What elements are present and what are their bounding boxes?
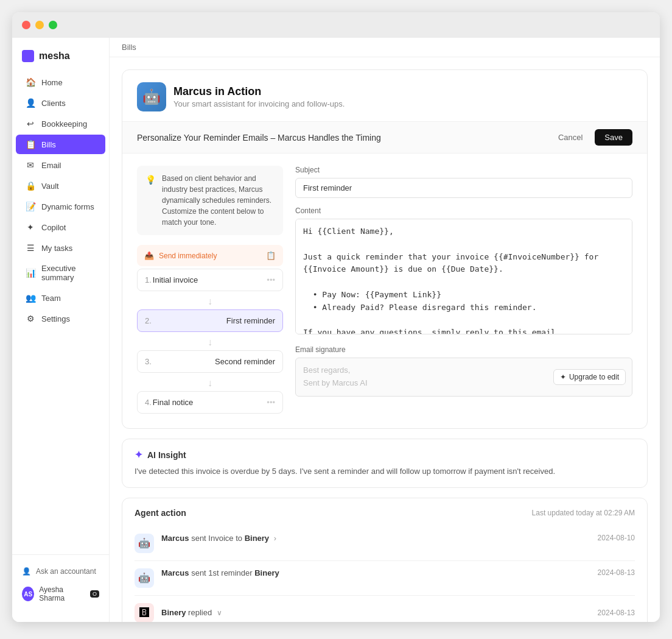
action-actor-1: Marcus	[161, 534, 189, 543]
save-button[interactable]: Save	[595, 129, 632, 146]
cancel-button[interactable]: Cancel	[551, 129, 590, 146]
vault-icon: 🔒	[26, 181, 35, 191]
step-initial-invoice[interactable]: 1. Initial invoice •••	[137, 269, 283, 291]
maximize-button[interactable]	[49, 21, 57, 29]
content-area: 🤖 Marcus in Action Your smart assistant …	[110, 57, 660, 622]
signature-group: Email signature Best regards,Sent by Mar…	[295, 345, 632, 397]
email-icon: ✉	[26, 160, 35, 170]
action-row-3: 🅱 Binery replied ∨ 2024-08-13 I'll pay t…	[135, 596, 635, 623]
action-arrow-1: ›	[274, 534, 276, 543]
content-label: Content	[295, 207, 632, 215]
personalize-text: Personalize Your Reminder Emails – Marcu…	[137, 133, 381, 143]
subject-input[interactable]	[295, 178, 632, 198]
settings-icon: ⚙	[26, 314, 35, 323]
sidebar-item-label: Dynamic forms	[41, 202, 94, 211]
agent-header: Agent action Last updated today at 02:29…	[135, 508, 635, 518]
sidebar-item-executive-summary[interactable]: 📊 Executive summary	[16, 259, 105, 287]
sidebar-item-label: Home	[41, 78, 63, 87]
signature-area: Best regards,Sent by Marcus AI ✦ Upgrade…	[295, 358, 632, 397]
action-target-2: 1st reminder	[208, 568, 252, 577]
sidebar-item-label: Email	[41, 161, 61, 170]
step-number: 2.	[145, 316, 152, 325]
sidebar-item-email[interactable]: ✉ Email	[16, 155, 105, 175]
action-date-2: 2024-08-13	[598, 568, 635, 577]
step-first-reminder[interactable]: 2. First reminder	[137, 309, 283, 332]
upgrade-to-edit-button[interactable]: ✦ Upgrade to edit	[553, 369, 626, 385]
sidebar-item-label: My tasks	[41, 244, 72, 253]
step-arrow-1: ↓	[137, 294, 283, 309]
executive-summary-icon: 📊	[26, 268, 35, 278]
action-verb-1: sent	[191, 534, 208, 543]
step-arrow-3: ↓	[137, 375, 283, 391]
main-content: Bills 🤖 Marcus in Action Your smart assi…	[110, 38, 660, 622]
sidebar-item-label: Bills	[41, 140, 56, 149]
info-icon: 💡	[145, 174, 156, 228]
email-form: Subject Content Hi {{Client Name}}, Just…	[283, 166, 632, 416]
sidebar-item-copilot[interactable]: ✦ Copilot	[16, 217, 105, 237]
step-label: Final notice	[153, 398, 193, 407]
sidebar-item-bills[interactable]: 📋 Bills	[16, 135, 105, 154]
step-number: 3.	[145, 357, 152, 366]
reminder-steps: 💡 Based on client behavior and industry …	[137, 166, 283, 416]
sidebar-item-team[interactable]: 👥 Team	[16, 288, 105, 308]
step-label: Second reminder	[215, 357, 275, 366]
bookkeeping-icon: ↩	[26, 119, 35, 129]
user-avatar: AS	[22, 587, 34, 601]
user-badge: O	[90, 590, 99, 598]
content-textarea[interactable]: Hi {{Client Name}}, Just a quick reminde…	[295, 219, 632, 334]
action-content-1: Marcus sent Invoice to Binery ›	[161, 534, 590, 543]
marcus-header: 🤖 Marcus in Action Your smart assistant …	[122, 70, 647, 121]
sidebar-item-clients[interactable]: 👤 Clients	[16, 93, 105, 113]
ai-insight-header: ✦ AI Insight	[135, 449, 635, 461]
logo-icon	[22, 50, 34, 62]
step-label: First reminder	[226, 316, 275, 325]
breadcrumb: Bills	[110, 38, 660, 57]
step-label: Initial invoice	[153, 275, 198, 284]
info-text: Based on client behavior and industry be…	[162, 173, 275, 228]
close-button[interactable]	[22, 21, 30, 29]
action-actor-2: Marcus	[161, 568, 189, 577]
sidebar-item-label: Vault	[41, 182, 59, 191]
user-name: Ayesha Sharma	[39, 585, 83, 602]
minimize-button[interactable]	[35, 21, 44, 29]
dynamic-forms-icon: 📝	[26, 202, 35, 211]
sidebar-item-my-tasks[interactable]: ☰ My tasks	[16, 238, 105, 258]
sidebar-bottom: 👤 Ask an accountant AS Ayesha Sharma O	[12, 554, 109, 615]
sidebar-item-label: Clients	[41, 99, 66, 108]
action-verb-2: sent	[191, 568, 208, 577]
sidebar-item-vault[interactable]: 🔒 Vault	[16, 176, 105, 196]
agent-action-title: Agent action	[135, 508, 186, 518]
subject-label: Subject	[295, 166, 632, 174]
ai-insight-card: ✦ AI Insight I've detected this invoice …	[122, 439, 648, 488]
sidebar-item-dynamic-forms[interactable]: 📝 Dynamic forms	[16, 197, 105, 216]
send-label: Send immediately	[159, 252, 217, 260]
action-avatar-marcus-2: 🤖	[135, 568, 154, 588]
action-avatar-binery: 🅱	[135, 603, 154, 623]
upgrade-label: Upgrade to edit	[569, 373, 619, 381]
content-group: Content Hi {{Client Name}}, Just a quick…	[295, 207, 632, 337]
step-final-notice[interactable]: 4. Final notice •••	[137, 391, 283, 414]
action-target-1: Invoice	[208, 534, 233, 543]
user-profile[interactable]: AS Ayesha Sharma O	[12, 581, 109, 607]
send-icon: 📤	[144, 251, 154, 260]
ask-accountant-button[interactable]: 👤 Ask an accountant	[12, 562, 109, 581]
step-more-icon[interactable]: •••	[267, 275, 275, 284]
ai-insight-title: AI Insight	[147, 450, 186, 460]
step-more-icon[interactable]: •••	[267, 398, 275, 407]
action-actor-3: Binery	[161, 608, 186, 617]
user-initials: AS	[24, 591, 32, 598]
marcus-card: 🤖 Marcus in Action Your smart assistant …	[122, 69, 648, 429]
step-second-reminder[interactable]: 3. Second reminder	[137, 350, 283, 373]
sidebar-item-label: Bookkeeping	[41, 119, 87, 129]
action-avatar-marcus-1: 🤖	[135, 534, 154, 553]
marcus-subtitle: Your smart assistant for invoicing and f…	[173, 99, 345, 108]
ai-sparkle-icon: ✦	[135, 449, 142, 461]
sidebar-item-label: Settings	[41, 314, 70, 323]
sidebar-item-bookkeeping[interactable]: ↩ Bookkeeping	[16, 114, 105, 133]
step-send-immediately[interactable]: 📤 Send immediately 📋	[137, 245, 283, 266]
sidebar-item-settings[interactable]: ⚙ Settings	[16, 309, 105, 328]
sidebar-item-home[interactable]: 🏠 Home	[16, 72, 105, 92]
home-icon: 🏠	[26, 77, 35, 87]
action-row-1: 🤖 Marcus sent Invoice to Binery › 2024-0…	[135, 526, 635, 561]
action-verb-3: replied	[188, 608, 212, 617]
